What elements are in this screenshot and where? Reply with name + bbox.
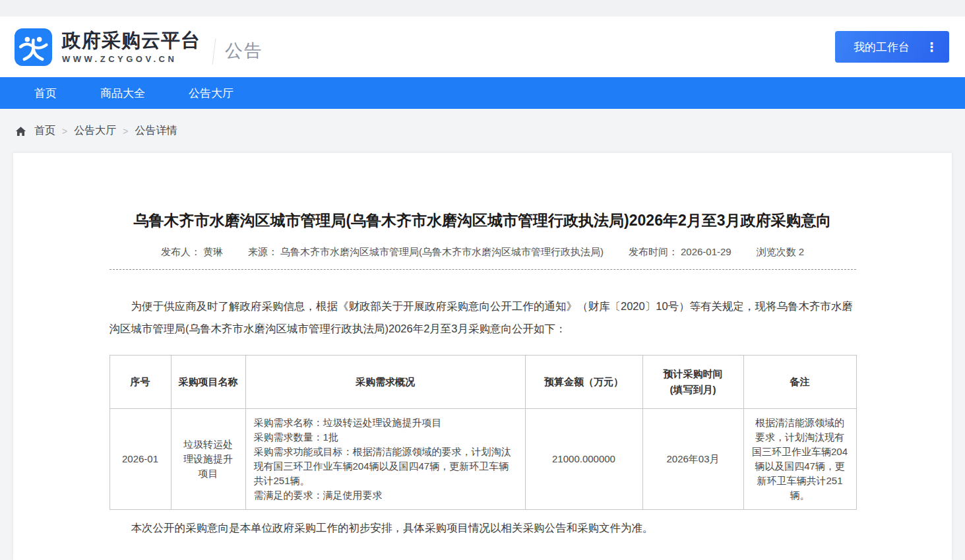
breadcrumb-separator: > (62, 126, 67, 137)
kebab-menu-icon[interactable]: ⋮ (925, 41, 938, 53)
procurement-intent-table: 序号 采购项目名称 采购需求概况 预算金额（万元） 预计采购时间 (填写到月) … (109, 355, 857, 510)
table-row: 2026-01 垃圾转运处理设施提升项目 采购需求名称：垃圾转运处理设施提升项目… (109, 409, 856, 510)
col-header-project-name: 采购项目名称 (171, 356, 245, 409)
announcement-card: 乌鲁木齐市水磨沟区城市管理局(乌鲁木齐市水磨沟区城市管理行政执法局)2026年2… (13, 153, 952, 560)
col-header-seq: 序号 (109, 356, 171, 409)
footer-note: 本次公开的采购意向是本单位政府采购工作的初步安排，具体采购项目情况以相关采购公告… (109, 518, 856, 538)
intro-paragraph: 为便于供应商及时了解政府采购信息，根据《财政部关于开展政府采购意向公开工作的通知… (109, 295, 856, 340)
brand-title: 政府采购云平台 (62, 30, 201, 51)
nav-item-home[interactable]: 首页 (34, 86, 57, 101)
header-divider (212, 38, 216, 65)
section-label: 公告 (225, 39, 263, 63)
zcy-logo-icon[interactable] (15, 28, 52, 66)
col-header-planned-time: 预计采购时间 (填写到月) (642, 356, 743, 409)
cell-planned-time: 2026年03月 (642, 409, 743, 510)
nav-item-announcement-hall[interactable]: 公告大厅 (189, 86, 233, 101)
col-header-budget: 预算金额（万元） (525, 356, 642, 409)
table-header-row: 序号 采购项目名称 采购需求概况 预算金额（万元） 预计采购时间 (填写到月) … (109, 356, 856, 409)
cell-project-name: 垃圾转运处理设施提升项目 (171, 409, 245, 510)
breadcrumb: 首页 > 公告大厅 > 公告详情 (0, 109, 965, 153)
home-icon[interactable] (15, 126, 26, 137)
demand-line: 采购需求名称：垃圾转运处理设施提升项目 (254, 416, 517, 430)
cell-seq: 2026-01 (109, 409, 171, 510)
breadcrumb-home[interactable]: 首页 (34, 124, 55, 138)
meta-publisher: 发布人：黄琳 (161, 246, 223, 259)
breadcrumb-separator: > (123, 126, 128, 137)
dotted-divider (109, 269, 856, 270)
announcement-title: 乌鲁木齐市水磨沟区城市管理局(乌鲁木齐市水磨沟区城市管理行政执法局)2026年2… (109, 203, 856, 238)
demand-line: 需满足的要求：满足使用要求 (254, 488, 517, 503)
brand-block[interactable]: 政府采购云平台 WWW.ZCYGOV.CN (62, 30, 201, 64)
cell-demand: 采购需求名称：垃圾转运处理设施提升项目 采购需求数量：1批 采购需求功能或目标：… (245, 409, 525, 510)
meta-source: 来源：乌鲁木齐市水磨沟区城市管理局(乌鲁木齐市水磨沟区城市管理行政执法局) (248, 246, 604, 259)
breadcrumb-announcement-hall[interactable]: 公告大厅 (74, 124, 116, 138)
announcement-meta: 发布人：黄琳 来源：乌鲁木齐市水磨沟区城市管理局(乌鲁木齐市水磨沟区城市管理行政… (109, 246, 856, 259)
workbench-button-label: 我的工作台 (854, 40, 910, 55)
demand-line: 采购需求数量：1批 (254, 430, 517, 445)
demand-line: 采购需求功能或目标：根据清洁能源领域的要求，计划淘汰现有国三环卫作业车辆204辆… (254, 445, 517, 488)
cell-remark: 根据清洁能源领域的要求，计划淘汰现有国三环卫作业车辆204辆以及国四47辆，更新… (743, 409, 856, 510)
site-header: 政府采购云平台 WWW.ZCYGOV.CN 公告 我的工作台 ⋮ (0, 16, 965, 77)
browser-top-strip (0, 0, 965, 16)
main-nav: 首页 商品大全 公告大厅 (0, 77, 965, 109)
nav-item-products[interactable]: 商品大全 (100, 86, 145, 101)
brand-url: WWW.ZCYGOV.CN (62, 54, 201, 64)
col-header-demand: 采购需求概况 (245, 356, 525, 409)
meta-publish-time: 发布时间：2026-01-29 (629, 246, 732, 259)
meta-view-count: 浏览次数2 (757, 246, 804, 259)
cell-budget: 21000.000000 (525, 409, 642, 510)
workbench-button[interactable]: 我的工作台 ⋮ (835, 31, 949, 63)
breadcrumb-announcement-detail: 公告详情 (135, 124, 177, 138)
col-header-remark: 备注 (743, 356, 856, 409)
